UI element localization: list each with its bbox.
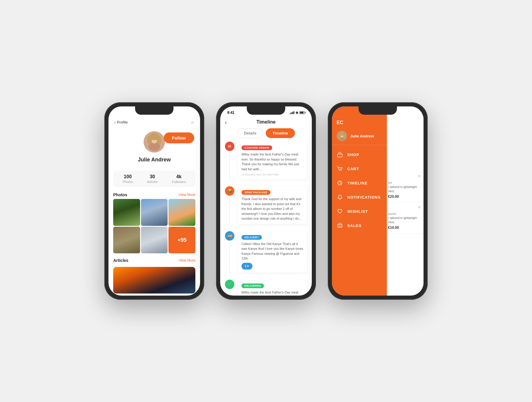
article-image[interactable] <box>113 267 195 294</box>
event-time-1: 11 HOURS AGO VIA TWITTER <box>241 173 304 176</box>
notifications-label: NOTIFICATIONS <box>347 195 381 200</box>
shop-icon <box>337 151 343 158</box>
card-close-2[interactable]: ✕ <box>418 205 421 210</box>
menu-user-name: Julie Andrew <box>350 134 374 138</box>
stat-followers-num: 4k <box>172 174 186 179</box>
back-button[interactable]: ‹ Profile <box>114 120 128 124</box>
signal-bar-3 <box>292 112 293 114</box>
avatar-image <box>144 131 165 153</box>
profile-header-title: Profile <box>117 120 128 124</box>
photo-more[interactable]: +95 <box>168 227 195 254</box>
profile-header: ‹ Profile ⌕ <box>108 117 200 128</box>
battery-icon <box>299 111 305 114</box>
timeline-event-4: 🛒 DELIVERED Wifey made the best Father's… <box>225 280 307 296</box>
photos-section-header: Photos View More <box>108 190 200 199</box>
stat-photos-label: Photos <box>123 180 133 184</box>
notch <box>135 106 173 115</box>
status-time: 9:41 <box>227 111 234 115</box>
menu-item-sales[interactable]: SALES <box>332 218 387 233</box>
menu-avatar <box>337 131 347 141</box>
timeline-feed: ✉ CONFIRM ORDER Wifey made the best Fath… <box>220 142 312 296</box>
profile-hero: Follow Julie Andrew <box>108 128 200 168</box>
event-content-3: DELIVERY Called I Miss the Old Kanye Tha… <box>238 231 307 273</box>
signal-bar-4 <box>293 111 294 114</box>
event-text-4: Wifey made the best Father's Day meal ev… <box>241 290 304 296</box>
signal-bars-icon <box>290 111 294 114</box>
stat-followers: 4k Followers <box>172 174 186 184</box>
stat-articles-label: Articles <box>147 180 158 184</box>
battery-fill <box>300 112 304 114</box>
event-badge-4: DELIVERED <box>241 283 264 288</box>
wishlist-label: WISHLIST <box>347 209 368 214</box>
signal-bar-1 <box>290 113 291 114</box>
menu-panel: EC Julie Andrew <box>332 106 387 296</box>
photo-fog <box>141 227 168 254</box>
avatar <box>144 131 165 153</box>
cart-card-2: ✕ auren r tailored in ightweight navy €1… <box>385 202 424 234</box>
menu-item-timeline[interactable]: TIMELINE <box>332 176 387 190</box>
cart-card-1: ✕ art r tailored in ightweight navy €20.… <box>385 171 424 202</box>
stat-articles: 30 Articles <box>147 174 158 184</box>
articles-section-header: Articles View More <box>108 256 200 265</box>
event-content-4: DELIVERED Wifey made the best Father's D… <box>238 280 307 296</box>
cart-label: CART <box>347 167 359 171</box>
photos-section-title: Photos <box>113 192 127 197</box>
phone-profile: ‹ Profile ⌕ <box>104 102 204 300</box>
wifi-icon: ⊕ <box>296 111 298 115</box>
svg-rect-12 <box>338 154 342 157</box>
stat-articles-num: 30 <box>147 174 158 179</box>
photo-5[interactable] <box>141 227 168 254</box>
timeline-back-button[interactable]: ‹ <box>225 119 227 126</box>
photo-4[interactable] <box>113 227 140 254</box>
menu-item-cart[interactable]: CART <box>332 162 387 176</box>
svg-point-6 <box>157 136 161 144</box>
menu-item-notifications[interactable]: NOTIFICATIONS <box>332 190 387 204</box>
timeline-event-2: 📦 SEND PACKAGE Thank God for the support… <box>225 186 307 225</box>
photo-2[interactable] <box>141 199 168 226</box>
event-badge-3: DELIVERY <box>241 235 262 240</box>
signal-bar-2 <box>291 112 292 114</box>
photo-3[interactable] <box>168 199 195 226</box>
photo-1[interactable] <box>113 199 140 226</box>
event-text-2: Thank God for the support of my wife and… <box>241 197 304 221</box>
card-close-1[interactable]: ✕ <box>418 174 421 179</box>
timeline-dot-col-2: 📦 <box>225 186 234 225</box>
photo-beach <box>168 199 195 226</box>
timeline-title: Timeline <box>257 119 276 124</box>
stat-photos-num: 100 <box>123 174 133 179</box>
notifications-icon <box>337 194 343 200</box>
menu-item-wishlist[interactable]: WISHLIST <box>332 204 387 218</box>
svg-point-14 <box>341 170 341 171</box>
timeline-icon <box>337 180 343 186</box>
timeline-dot-col-3: 🚚 <box>225 231 234 274</box>
search-icon[interactable]: ⌕ <box>191 119 194 125</box>
stat-followers-label: Followers <box>172 180 186 184</box>
timeline-screen: ‹ Timeline Details Timeline ✉ <box>220 117 312 296</box>
event-text-1: Wifey made the best Father's Day meal ev… <box>241 152 304 171</box>
card-text-1: r tailored in ightweight navy <box>388 185 421 193</box>
timeline-dot-col-1: ✉ <box>225 142 234 180</box>
card-text-2: r tailored in ightweight navy <box>388 216 421 224</box>
shop-label: SHOP <box>347 153 359 157</box>
timeline-label: TIMELINE <box>347 181 368 185</box>
articles-view-more[interactable]: View More <box>179 258 195 262</box>
cart-icon <box>337 166 343 172</box>
tab-timeline[interactable]: Timeline <box>266 128 295 138</box>
phone-timeline: 9:41 ⊕ ‹ T <box>216 102 316 300</box>
profile-screen: ‹ Profile ⌕ <box>108 117 200 296</box>
event-badge-2: SEND PACKAGE <box>241 190 270 195</box>
follow-button[interactable]: Follow <box>164 132 194 143</box>
tab-details[interactable]: Details <box>237 128 263 138</box>
event-dot-2: 📦 <box>225 186 234 196</box>
event-text-3: Called I Miss the Old Kanye That's all i… <box>241 241 304 261</box>
event-dot-4: 🛒 <box>225 280 234 289</box>
timeline-header: ‹ Timeline <box>220 117 312 128</box>
profile-name: Julie Andrew <box>138 157 171 163</box>
photos-view-more[interactable]: View More <box>179 193 195 197</box>
menu-item-shop[interactable]: SHOP <box>332 147 387 162</box>
timeline-event-3: 🚚 DELIVERY Called I Miss the Old Kanye T… <box>225 231 307 274</box>
sales-icon <box>337 222 343 229</box>
info-dropdown-button[interactable]: ℹ ▾ <box>241 263 252 270</box>
timeline-line-1 <box>229 152 230 180</box>
card-name-2: auren <box>388 212 421 215</box>
